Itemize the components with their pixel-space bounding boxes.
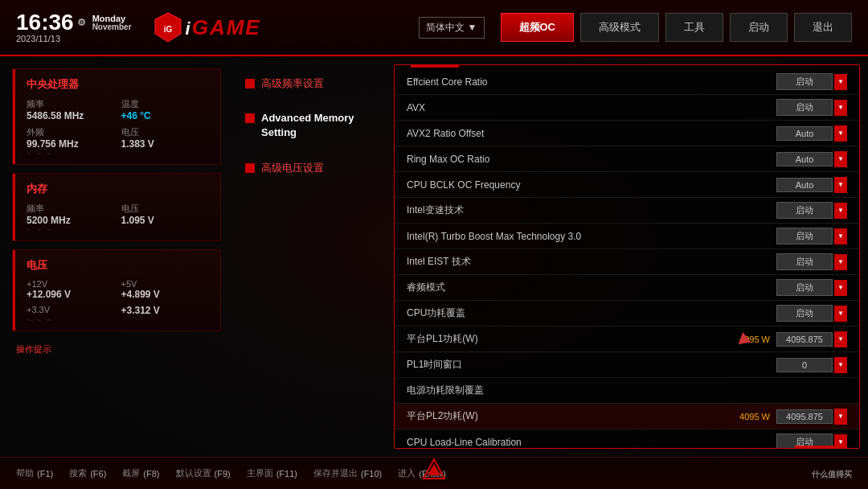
setting-row[interactable]: 睿频模式启动▼ <box>395 275 859 301</box>
dropdown-arrow-icon[interactable]: ▼ <box>834 254 847 270</box>
setting-control[interactable]: 启动▼ <box>776 228 847 244</box>
v33-value: +3.312 V <box>121 305 211 316</box>
setting-control[interactable]: 启动▼ <box>776 253 847 270</box>
setting-name: AVX <box>407 102 730 113</box>
nav-btn-exit[interactable]: 退出 <box>794 13 852 42</box>
setting-control[interactable]: 启动▼ <box>776 434 847 448</box>
dropdown-arrow-icon[interactable]: ▼ <box>834 306 847 322</box>
cpu-extfreq-label: 外频 <box>27 126 117 138</box>
sidebar-item-memory[interactable]: Advanced Memory Setting <box>241 107 386 144</box>
shortcut-label: 主界面 <box>247 467 273 479</box>
sidebar-dot-memory <box>245 113 255 123</box>
dropdown-arrow-icon[interactable]: ▼ <box>834 177 847 193</box>
settings-list[interactable]: Effcient Core Ratio启动▼AVX启动▼AVX2 Ratio O… <box>395 65 859 448</box>
setting-input[interactable]: 4095.875 <box>776 332 833 347</box>
v5-label: +5V <box>121 279 211 289</box>
setting-input[interactable]: 启动 <box>776 99 833 116</box>
logo-shield-icon: iG <box>152 11 184 43</box>
setting-row[interactable]: AVX启动▼ <box>395 95 859 121</box>
dropdown-arrow-icon[interactable]: ▼ <box>834 409 847 425</box>
language-button[interactable]: 简体中文 ▼ <box>419 17 485 39</box>
setting-row[interactable]: CPU BCLK OC FrequencyAuto▼ <box>395 172 859 198</box>
setting-input[interactable]: 启动 <box>776 305 833 322</box>
shortcut-label: 默认设置 <box>176 467 211 479</box>
setting-control[interactable]: Auto▼ <box>776 125 847 142</box>
bottom-bar: 帮助(F1)搜索(F6)截屏(F8)默认设置(F9)主界面(F11)保存并退出(… <box>0 457 868 489</box>
setting-input[interactable]: 启动 <box>776 434 833 448</box>
setting-control[interactable]: 启动▼ <box>776 305 847 322</box>
setting-control[interactable]: 0▼ <box>776 357 847 373</box>
setting-input[interactable]: 启动 <box>776 253 833 270</box>
setting-input[interactable]: Auto <box>776 178 833 192</box>
dropdown-arrow-icon[interactable]: ▼ <box>834 434 847 449</box>
setting-row[interactable]: 平台PL2功耗(W)4095 W4095.875▼ <box>395 404 859 429</box>
nav-btn-tools[interactable]: 工具 <box>665 13 723 42</box>
sidebar-dot-freq <box>245 79 255 88</box>
v12-value: +12.096 V <box>27 289 117 300</box>
sidebar-item-voltage[interactable]: 高级电压设置 <box>241 157 386 179</box>
setting-input[interactable]: 启动 <box>776 202 833 219</box>
dropdown-arrow-icon[interactable]: ▼ <box>834 357 847 373</box>
setting-control[interactable]: Auto▼ <box>776 151 847 167</box>
memory-divider: ~ ~ ~ <box>23 226 211 232</box>
nav-btn-advanced[interactable]: 高级模式 <box>580 13 659 42</box>
shortcut-item: 搜索(F6) <box>69 467 106 479</box>
shortcut-key: (F6) <box>90 469 106 479</box>
brand-watermark: 什么值得买 <box>812 467 852 480</box>
setting-row[interactable]: CPU功耗覆盖启动▼ <box>395 301 859 327</box>
setting-row[interactable]: Ring Max OC RatioAuto▼ <box>395 146 859 172</box>
setting-control[interactable]: Auto▼ <box>776 177 847 193</box>
dropdown-arrow-icon[interactable]: ▼ <box>834 125 847 142</box>
dropdown-arrow-icon[interactable]: ▼ <box>834 203 847 219</box>
dropdown-arrow-icon[interactable]: ▼ <box>834 280 847 296</box>
setting-input[interactable]: 4095.875 <box>776 409 833 424</box>
bottom-center-logo <box>422 458 446 485</box>
setting-name: CPU功耗覆盖 <box>407 306 730 320</box>
setting-row[interactable]: AVX2 Ratio OffsetAuto▼ <box>395 121 859 146</box>
top-bar: 16:36 ⚙ Monday November 2023/11/13 iG iG… <box>0 0 868 56</box>
setting-row[interactable]: Intel(R) Turbo Boost Max Technology 3.0启… <box>395 224 859 249</box>
shortcut-label: 截屏 <box>122 467 140 479</box>
cpu-temp-value: +46 °C <box>121 110 211 121</box>
dropdown-arrow-icon[interactable]: ▼ <box>834 100 847 116</box>
mem-voltage-value: 1.095 V <box>121 215 211 226</box>
clock-month: November <box>92 23 132 31</box>
setting-input[interactable]: Auto <box>776 126 833 141</box>
setting-control[interactable]: 4095.875▼ <box>776 331 847 347</box>
setting-input[interactable]: 启动 <box>776 228 833 244</box>
setting-row[interactable]: Effcient Core Ratio启动▼ <box>395 69 859 95</box>
setting-control[interactable]: 启动▼ <box>776 279 847 296</box>
setting-row[interactable]: Intel EIST 技术启动▼ <box>395 249 859 275</box>
cpu-divider: ~ ~ ~ <box>23 150 211 156</box>
setting-input[interactable]: 启动 <box>776 279 833 296</box>
clock-day: Monday <box>92 14 132 23</box>
setting-input[interactable]: 0 <box>776 358 833 372</box>
setting-control[interactable]: 启动▼ <box>776 73 847 90</box>
setting-row[interactable]: PL1时间窗口0▼ <box>395 352 859 378</box>
setting-input[interactable]: 启动 <box>776 73 833 90</box>
v33-label: +3.3V <box>27 305 117 314</box>
dropdown-arrow-icon[interactable]: ▼ <box>834 151 847 167</box>
setting-input[interactable]: Auto <box>776 152 833 166</box>
sidebar-item-memory-label: Advanced Memory Setting <box>261 111 382 140</box>
nav-btn-boot[interactable]: 启动 <box>730 13 788 42</box>
setting-control[interactable]: 启动▼ <box>776 202 847 219</box>
dropdown-arrow-icon[interactable]: ▼ <box>834 228 847 244</box>
setting-row[interactable]: 电源功耗限制覆盖 <box>395 378 859 404</box>
setting-row[interactable]: Intel变速技术启动▼ <box>395 198 859 224</box>
setting-name: 平台PL1功耗(W) <box>407 332 730 346</box>
nav-btn-oc[interactable]: 超频OC <box>501 13 575 42</box>
dropdown-arrow-icon[interactable]: ▼ <box>834 331 847 347</box>
sidebar-item-freq[interactable]: 高级频率设置 <box>241 72 386 95</box>
cpu-extfreq-value: 99.756 MHz <box>27 138 117 150</box>
setting-name: Intel变速技术 <box>407 203 730 217</box>
logo-text: iGAME <box>186 15 261 40</box>
setting-control[interactable]: 启动▼ <box>776 99 847 116</box>
setting-name: PL1时间窗口 <box>407 358 730 372</box>
setting-name: 电源功耗限制覆盖 <box>407 384 800 397</box>
setting-row[interactable]: 平台PL1功耗(W)4095 W4095.875▼ <box>395 327 859 352</box>
setting-control[interactable]: 4095.875▼ <box>776 409 847 425</box>
setting-row[interactable]: CPU Load-Line Calibration启动▼ <box>395 429 859 448</box>
dropdown-arrow-icon[interactable]: ▼ <box>834 74 847 90</box>
clock-date: 2023/11/13 <box>16 34 132 43</box>
